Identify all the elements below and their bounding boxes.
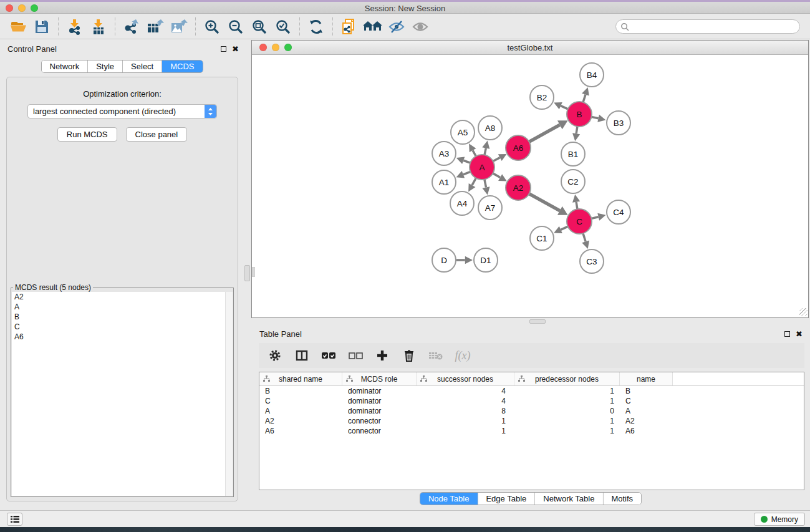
table-row[interactable]: A2connector11A2: [259, 416, 804, 426]
tab-node-table[interactable]: Node Table: [420, 493, 478, 505]
edge-A-A4[interactable]: [472, 178, 476, 185]
edge-A-A7[interactable]: [485, 180, 486, 188]
tab-select[interactable]: Select: [123, 60, 162, 72]
network-graph[interactable]: B4B2BB3A8A5A6B1A3AA1C2A2A4A7C4CC1C3DD1: [252, 55, 808, 317]
edge-A6-B[interactable]: [529, 125, 560, 142]
edge-B-B1[interactable]: [576, 127, 577, 133]
horizontal-splitter-handle[interactable]: [529, 319, 546, 324]
node-label-A6: A6: [513, 143, 524, 153]
edge-C-C3[interactable]: [583, 233, 586, 241]
mcds-result-fieldset: MCDS result (5 nodes) A2ABCA6: [11, 283, 234, 497]
deselect-all-button[interactable]: [345, 346, 366, 365]
edge-A-A8[interactable]: [485, 148, 486, 155]
run-mcds-button[interactable]: Run MCDS: [57, 127, 117, 142]
show-graphics-details-button[interactable]: [408, 16, 432, 37]
edge-C-C1[interactable]: [561, 226, 567, 230]
delete-column-button[interactable]: [398, 346, 420, 365]
canvas-scroll-mark[interactable]: [252, 267, 255, 277]
table-row[interactable]: A6connector11A6: [259, 426, 804, 436]
refresh-button[interactable]: [304, 16, 328, 37]
mcds-tab-content: Optimization criterion: largest connecte…: [6, 77, 238, 501]
list-scrollbar[interactable]: [225, 292, 233, 496]
split-panel-button[interactable]: [291, 346, 312, 365]
close-table-panel-icon[interactable]: ✖: [796, 330, 803, 338]
control-panel: Control Panel ✖ Network Style Select MCD…: [0, 39, 244, 510]
search-input[interactable]: [632, 22, 788, 31]
node-table[interactable]: shared name MCDS role successor nodes: [259, 372, 804, 490]
function-builder-button[interactable]: f(x): [452, 346, 473, 365]
titlebar[interactable]: Session: New Session: [0, 2, 810, 14]
tab-network-table[interactable]: Network Table: [535, 493, 603, 505]
network-window-titlebar[interactable]: testGlobe.txt: [252, 41, 808, 55]
edge-A-A1[interactable]: [463, 172, 470, 175]
export-table-button[interactable]: [143, 16, 167, 37]
export-table-icon: [147, 19, 164, 35]
edge-A-A3[interactable]: [463, 160, 470, 163]
vertical-splitter-handle[interactable]: [244, 265, 250, 281]
table-row[interactable]: Bdominator41B: [259, 386, 804, 396]
tab-network[interactable]: Network: [41, 60, 88, 72]
tab-mcds[interactable]: MCDS: [162, 60, 202, 72]
column-header-name[interactable]: name: [620, 372, 673, 385]
table-cell: connector: [342, 417, 417, 425]
tab-style[interactable]: Style: [88, 60, 123, 72]
column-header-successor-nodes[interactable]: successor nodes: [417, 372, 514, 385]
column-header-mcds-role[interactable]: MCDS role: [342, 372, 417, 385]
memory-button[interactable]: Memory: [754, 513, 805, 526]
edge-A-A6[interactable]: [493, 158, 500, 162]
table-settings-button[interactable]: [264, 346, 286, 365]
criterion-select[interactable]: largest connected component (directed): [27, 104, 217, 118]
edge-A-A2[interactable]: [493, 173, 500, 178]
new-network-from-selection-button[interactable]: [337, 16, 361, 37]
show-panel-button[interactable]: [7, 513, 22, 526]
import-network-button[interactable]: [63, 16, 87, 37]
mcds-result-item[interactable]: B: [12, 312, 233, 322]
close-panel-button[interactable]: Close panel: [126, 127, 188, 142]
mcds-result-item[interactable]: A2: [12, 292, 233, 302]
horizontal-splitter[interactable]: [251, 319, 810, 324]
zoom-out-button[interactable]: [224, 16, 248, 37]
node-label-B1: B1: [568, 150, 579, 159]
mcds-result-item[interactable]: A6: [12, 332, 233, 342]
table-row[interactable]: Cdominator41C: [259, 396, 804, 406]
zoom-fit-button[interactable]: [248, 16, 271, 37]
hide-graphics-details-button[interactable]: [385, 16, 408, 37]
memory-status-icon: [761, 516, 768, 523]
vertical-splitter[interactable]: [244, 39, 251, 510]
table-cell: 1: [514, 387, 620, 395]
tab-motifs[interactable]: Motifs: [603, 493, 641, 505]
open-file-button[interactable]: [6, 16, 30, 37]
network-canvas[interactable]: B4B2BB3A8A5A6B1A3AA1C2A2A4A7C4CC1C3DD1: [252, 55, 808, 317]
export-network-button[interactable]: [120, 16, 143, 37]
close-panel-icon[interactable]: ✖: [232, 45, 239, 53]
delete-table-button[interactable]: [425, 346, 446, 365]
edge-B-B4[interactable]: [583, 95, 586, 102]
edge-A-A5[interactable]: [473, 150, 476, 156]
float-table-panel-icon[interactable]: [784, 331, 790, 337]
resize-grip[interactable]: [799, 308, 808, 316]
save-session-button[interactable]: [30, 16, 54, 37]
table-cell: 8: [417, 407, 514, 415]
table-row[interactable]: Adominator80A: [259, 406, 804, 416]
export-image-button[interactable]: [167, 16, 191, 37]
import-table-button[interactable]: [87, 16, 110, 37]
mcds-result-item[interactable]: A: [12, 302, 233, 312]
edge-C-C2[interactable]: [576, 202, 577, 209]
edge-B-B3[interactable]: [592, 117, 599, 118]
search-box[interactable]: [615, 19, 800, 34]
edge-arrowhead: [582, 87, 589, 95]
select-all-button[interactable]: [318, 346, 339, 365]
edge-C-C4[interactable]: [591, 217, 598, 219]
tab-edge-table[interactable]: Edge Table: [478, 493, 535, 505]
zoom-in-button[interactable]: [200, 16, 224, 37]
mcds-result-list[interactable]: A2ABCA6: [12, 292, 233, 496]
edge-B-B2[interactable]: [561, 106, 567, 109]
add-column-button[interactable]: [372, 346, 393, 365]
column-header-predecessor-nodes[interactable]: predecessor nodes: [514, 372, 620, 385]
column-header-shared-name[interactable]: shared name: [259, 372, 342, 385]
edge-A2-C[interactable]: [529, 194, 560, 211]
zoom-selected-button[interactable]: [271, 16, 295, 37]
mcds-result-item[interactable]: C: [12, 322, 233, 332]
first-neighbors-button[interactable]: [361, 16, 385, 37]
float-panel-icon[interactable]: [221, 46, 226, 52]
